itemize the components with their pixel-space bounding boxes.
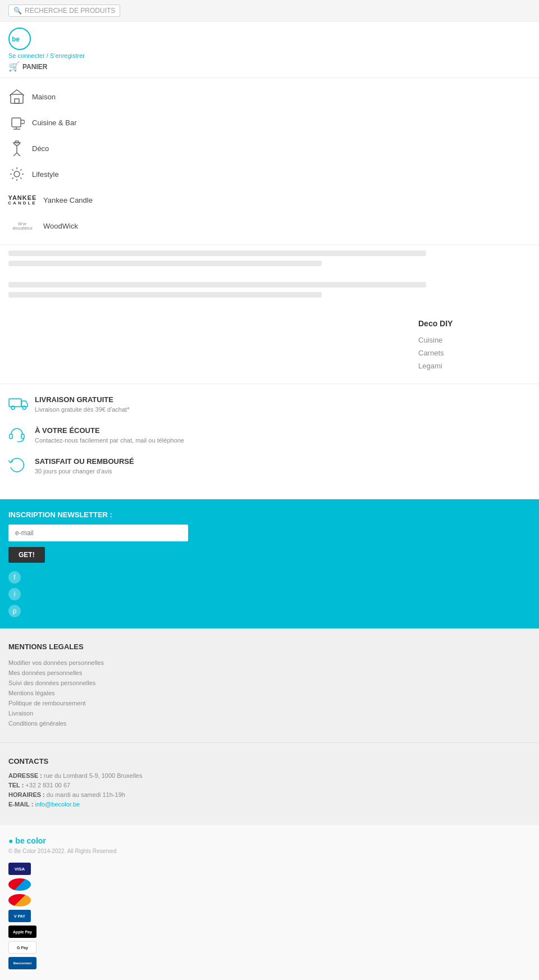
vpay-badge: V PAY [8,910,31,922]
woodwick-icon: Ww WoodWick [8,217,36,234]
contacts-section: CONTACTS ADRESSE : rue du Lombard 5-9, 1… [0,742,539,824]
payment-icons: VISA V PAY Apple Pay G Pay Bancontact [8,863,531,969]
newsletter-title: INSCRIPTION NEWSLETTER : [8,510,531,519]
truck-icon [8,395,28,415]
tel-label: TEL : [8,782,24,788]
feature-satisfait-title: SATISFAIT OU REMBOURSÉ [35,457,134,466]
nav-item-lifestyle[interactable]: Lifestyle [0,161,539,187]
newsletter-section: INSCRIPTION NEWSLETTER : GET! f i p [0,499,539,628]
feature-satisfait: SATISFAIT OU REMBOURSÉ 30 jours pour cha… [8,457,531,477]
header: be Se connecter / S'enregistrer 🛒 PANIER [0,22,539,78]
yankee-icon: YANKEE CANDLE [8,192,36,208]
legal-section: MENTIONS LEGALES Modifier vos données pe… [0,628,539,742]
placeholder-line-4 [8,292,322,298]
placeholder-line-2 [8,261,322,266]
search-placeholder: RECHERCHE DE PRODUITS [25,7,115,15]
legal-link-0[interactable]: Modifier vos données personnelles [8,658,531,668]
cart-icon: 🛒 [8,61,20,72]
visa-badge: VISA [8,863,31,875]
cart-area[interactable]: 🛒 PANIER [8,61,531,72]
feature-ecoute-title: À VOTRE ÉCOUTE [35,426,184,435]
pinterest-icon[interactable]: p [8,605,21,617]
feature-satisfait-text: SATISFAIT OU REMBOURSÉ 30 jours pour cha… [35,457,134,475]
cup-icon [8,114,25,131]
feature-livraison-desc: Livraison gratuite dès 39€ d'achat* [35,406,129,413]
nav-item-maison[interactable]: Maison [0,84,539,110]
nav-item-deco[interactable]: Déco [0,135,539,161]
social-icons: f i p [8,571,531,617]
svg-rect-22 [10,434,12,439]
svg-line-8 [17,153,20,156]
svg-line-17 [20,170,21,171]
placeholder-line-3 [8,282,426,288]
legal-link-1[interactable]: Mes données personnelles [8,668,531,678]
svg-rect-2 [15,99,19,103]
svg-point-10 [14,171,20,177]
newsletter-email-input[interactable] [8,525,188,541]
login-link[interactable]: Se connecter / S'enregistrer [8,52,531,59]
svg-rect-19 [9,399,21,407]
gpay-badge: G Pay [8,941,36,954]
return-icon [8,457,28,477]
deco-menu: Deco DIY Cuisine Carnets Legami [418,319,531,372]
feature-livraison-text: LIVRAISON GRATUITE Livraison gratuite dè… [35,395,129,413]
legal-link-6[interactable]: Conditions générales [8,718,531,728]
instagram-icon[interactable]: i [8,588,21,600]
footer-bottom: ● be color © Be Color 2014-2022. All Rig… [0,824,539,980]
bancontact-badge: Bancontact [8,957,36,969]
deco-menu-item-cuisine[interactable]: Cuisine [418,334,531,347]
feature-ecoute-text: À VOTRE ÉCOUTE Contactez-nous facilement… [35,426,184,444]
email-label: E-MAIL : [8,801,33,808]
home-icon [8,88,25,105]
cart-label: PANIER [22,63,47,71]
contact-email-row: E-MAIL : info@becolor.be [8,801,531,808]
svg-rect-9 [15,141,19,143]
feature-ecoute: À VOTRE ÉCOUTE Contactez-nous facilement… [8,426,531,446]
search-box[interactable]: 🔍 RECHERCHE DE PRODUITS [8,4,120,17]
lamp-icon [8,140,25,157]
nav-item-cuisine[interactable]: Cuisine & Bar [0,110,539,135]
deco-section: Deco DIY Cuisine Carnets Legami [0,308,539,384]
svg-line-7 [13,153,17,156]
facebook-icon[interactable]: f [8,571,21,584]
svg-line-15 [12,170,13,171]
nav-label-lifestyle: Lifestyle [32,170,59,179]
placeholder-lines [0,245,539,308]
contact-hours-row: HORAIRES : du mardi au samedi 11h-19h [8,791,531,798]
placeholder-line-1 [8,250,426,256]
newsletter-submit-button[interactable]: GET! [8,547,45,563]
nav-item-yankee[interactable]: YANKEE CANDLE Yankee Candle [0,187,539,213]
deco-menu-item-carnets[interactable]: Carnets [418,347,531,359]
nav-label-cuisine: Cuisine & Bar [32,118,76,127]
logo-icon: be [8,28,31,50]
legal-title: MENTIONS LEGALES [8,642,531,651]
footer-copyright: © Be Color 2014-2022. All Rights Reserve… [8,848,531,854]
contact-tel-row: TEL : +32 2 831 00 67 [8,782,531,788]
hours-value: du mardi au samedi 11h-19h [47,791,125,798]
address-value: rue du Lombard 5-9, 1000 Bruxelles [44,772,143,779]
sun-icon [8,166,25,183]
nav-label-woodwick: WoodWick [43,222,78,230]
legal-link-3[interactable]: Mentions légales [8,688,531,698]
svg-line-18 [12,177,13,179]
logo[interactable]: be [8,28,531,50]
nav-item-woodwick[interactable]: Ww WoodWick WoodWick [0,213,539,239]
nav-label-deco: Déco [32,144,49,153]
deco-menu-title: Deco DIY [418,319,531,328]
hours-label: HORAIRES : [8,791,45,798]
svg-rect-23 [21,434,24,439]
applepay-badge: Apple Pay [8,926,36,938]
contact-address-row: ADRESSE : rue du Lombard 5-9, 1000 Bruxe… [8,772,531,779]
email-value[interactable]: info@becolor.be [35,801,80,808]
headset-icon [8,426,28,446]
svg-line-16 [20,177,21,179]
footer-logo: ● be color [8,836,531,845]
feature-ecoute-desc: Contactez-nous facilement par chat, mail… [35,437,184,444]
legal-link-4[interactable]: Politique de remboursement [8,698,531,708]
legal-link-5[interactable]: Livraison [8,708,531,718]
top-bar: 🔍 RECHERCHE DE PRODUITS [0,0,539,22]
deco-menu-item-legami[interactable]: Legami [418,359,531,372]
legal-link-2[interactable]: Suivi des données personnelles [8,678,531,688]
svg-text:be: be [12,35,20,43]
svg-rect-3 [12,118,21,127]
